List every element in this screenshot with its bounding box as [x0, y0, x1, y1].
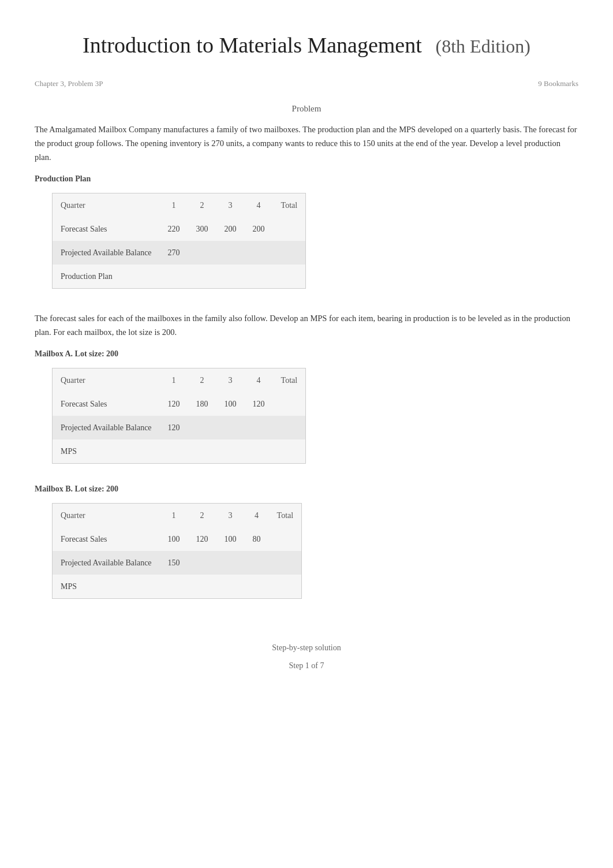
- header-cell-1: 1: [160, 193, 188, 217]
- cell-0-3: 80: [245, 527, 269, 551]
- row-label-1: Projected Available Balance: [53, 551, 160, 575]
- cell-1-2: [216, 416, 245, 439]
- cell-2-3: [245, 575, 269, 598]
- mps-intro-text: The forecast sales for each of the mailb…: [35, 312, 578, 340]
- production-plan-label: Production Plan: [35, 173, 578, 185]
- cell-2-0: [160, 265, 188, 288]
- step-solution-section: Step-by-step solution Step 1 of 7: [35, 642, 578, 672]
- cell-1-3: [245, 551, 269, 575]
- bookmarks-label[interactable]: 9 Bookmarks: [538, 78, 578, 90]
- page-header: Introduction to Materials Management (8t…: [35, 17, 578, 68]
- cell-2-1: [188, 575, 216, 598]
- cell-1-0: 150: [160, 551, 188, 575]
- header-cell-2: 2: [188, 193, 216, 217]
- cell-2-2: [216, 439, 245, 463]
- chapter-label: Chapter 3, Problem 3P: [35, 78, 103, 90]
- row-label-1: Projected Available Balance: [53, 241, 160, 265]
- cell-2-4: [273, 439, 306, 463]
- cell-1-1: [188, 241, 216, 265]
- table-row: Forecast Sales120180100120: [53, 392, 305, 416]
- row-label-0: Forecast Sales: [53, 217, 160, 241]
- header-cell-3: 3: [216, 504, 245, 527]
- header-cell-5: Total: [269, 504, 302, 527]
- cell-1-0: 120: [160, 416, 188, 439]
- cell-0-4: [273, 392, 306, 416]
- cell-0-2: 100: [216, 392, 245, 416]
- header-cell-0: Quarter: [53, 368, 160, 392]
- cell-1-2: [216, 551, 245, 575]
- header-cell-3: 3: [216, 368, 245, 392]
- row-label-0: Forecast Sales: [53, 392, 160, 416]
- production-plan-header-row: Quarter1234Total: [53, 193, 305, 217]
- section-title: Problem: [35, 102, 578, 116]
- mailbox-a-label: Mailbox A. Lot size: 200: [35, 348, 578, 360]
- step-info: Step 1 of 7: [35, 660, 578, 672]
- mailbox-b-table: Quarter1234Total Forecast Sales100120100…: [52, 503, 302, 599]
- cell-1-1: [188, 551, 216, 575]
- cell-1-1: [188, 416, 216, 439]
- cell-1-3: [245, 416, 273, 439]
- table-row: MPS: [53, 439, 305, 463]
- cell-2-4: [269, 575, 302, 598]
- production-plan-body: Forecast Sales220300200200Projected Avai…: [53, 217, 305, 288]
- table-row: MPS: [53, 575, 301, 598]
- cell-0-0: 220: [160, 217, 188, 241]
- cell-2-2: [216, 575, 245, 598]
- header-cell-4: 4: [245, 504, 269, 527]
- header-cell-4: 4: [245, 368, 273, 392]
- cell-2-3: [245, 265, 273, 288]
- cell-1-4: [269, 551, 302, 575]
- header-cell-0: Quarter: [53, 193, 160, 217]
- cell-0-1: 120: [188, 527, 216, 551]
- mailbox-b-label: Mailbox B. Lot size: 200: [35, 483, 578, 495]
- cell-0-3: 120: [245, 392, 273, 416]
- row-label-0: Forecast Sales: [53, 527, 160, 551]
- cell-2-4: [273, 265, 306, 288]
- mailbox-a-body: Forecast Sales120180100120Projected Avai…: [53, 392, 305, 463]
- row-label-2: Production Plan: [53, 265, 160, 288]
- cell-0-4: [269, 527, 302, 551]
- cell-2-1: [188, 439, 216, 463]
- cell-1-3: [245, 241, 273, 265]
- row-label-1: Projected Available Balance: [53, 416, 160, 439]
- row-label-2: MPS: [53, 439, 160, 463]
- mailbox-b-body: Forecast Sales10012010080Projected Avail…: [53, 527, 301, 598]
- cell-0-0: 100: [160, 527, 188, 551]
- page-container: Introduction to Materials Management (8t…: [0, 0, 613, 706]
- header-cell-3: 3: [216, 193, 245, 217]
- cell-0-4: [273, 217, 306, 241]
- header-cell-5: Total: [273, 193, 306, 217]
- step-solution-label[interactable]: Step-by-step solution: [35, 642, 578, 654]
- table-row: Production Plan: [53, 265, 305, 288]
- header-cell-2: 2: [188, 368, 216, 392]
- table-row: Projected Available Balance270: [53, 241, 305, 265]
- cell-2-3: [245, 439, 273, 463]
- cell-2-1: [188, 265, 216, 288]
- table-row: Forecast Sales220300200200: [53, 217, 305, 241]
- cell-1-4: [273, 416, 306, 439]
- cell-0-1: 180: [188, 392, 216, 416]
- header-cell-5: Total: [273, 368, 306, 392]
- meta-row: Chapter 3, Problem 3P 9 Bookmarks: [35, 78, 578, 90]
- mailbox-a-header-row: Quarter1234Total: [53, 368, 305, 392]
- table-row: Projected Available Balance120: [53, 416, 305, 439]
- table-row: Projected Available Balance150: [53, 551, 301, 575]
- mailbox-b-header-row: Quarter1234Total: [53, 504, 301, 527]
- row-label-2: MPS: [53, 575, 160, 598]
- header-cell-2: 2: [188, 504, 216, 527]
- cell-2-2: [216, 265, 245, 288]
- header-cell-0: Quarter: [53, 504, 160, 527]
- page-title: Introduction to Materials Management: [83, 33, 422, 57]
- cell-0-2: 100: [216, 527, 245, 551]
- cell-1-2: [216, 241, 245, 265]
- production-plan-table: Quarter1234Total Forecast Sales220300200…: [52, 193, 306, 289]
- cell-1-0: 270: [160, 241, 188, 265]
- header-cell-4: 4: [245, 193, 273, 217]
- cell-0-3: 200: [245, 217, 273, 241]
- cell-2-0: [160, 575, 188, 598]
- cell-0-1: 300: [188, 217, 216, 241]
- edition-label: (8th Edition): [436, 36, 530, 57]
- header-cell-1: 1: [160, 368, 188, 392]
- problem-text: The Amalgamated Mailbox Company manufact…: [35, 123, 578, 165]
- cell-0-0: 120: [160, 392, 188, 416]
